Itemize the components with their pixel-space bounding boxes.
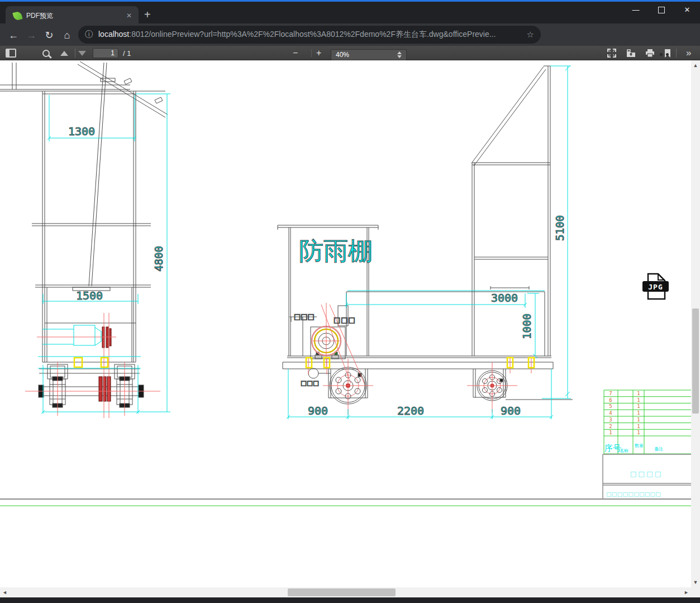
- bom-header-name: 名称: [620, 448, 628, 453]
- zoom-spinner-icon: [397, 51, 402, 58]
- scroll-down-icon[interactable]: ▼: [691, 580, 700, 585]
- browser-navbar: ← → ↻ ⌂ ⓘ localhost:8012/onlinePreview?u…: [0, 23, 700, 46]
- jpg-file-icon: JPG: [642, 274, 669, 299]
- dim-1500: 1500: [76, 289, 103, 302]
- page-up-icon: [60, 51, 68, 56]
- bookmark-icon: [664, 49, 671, 58]
- page-count-label: / 1: [123, 49, 131, 58]
- front-view: 1300 4800 1500: [0, 61, 170, 418]
- window-close-button[interactable]: ✕: [674, 2, 700, 18]
- fullscreen-icon: [607, 49, 616, 58]
- bom-row-no: 6: [609, 397, 612, 403]
- sidebar-toggle-button[interactable]: [6, 46, 16, 60]
- title-block: 7 1 6 1 5 1 4 1 3 1 2 1 1 1 序号 名称 数量 备注 …: [603, 390, 691, 500]
- scroll-left-icon[interactable]: ◄: [2, 590, 7, 595]
- bom-row-no: 2: [609, 424, 612, 429]
- reload-icon[interactable]: ↻: [42, 29, 56, 42]
- bom-row-qty: 1: [637, 424, 640, 429]
- open-file-button[interactable]: [622, 46, 640, 60]
- dim-900-front: 900: [308, 404, 328, 417]
- maximize-icon: [658, 7, 665, 13]
- dim-3000: 3000: [491, 291, 518, 305]
- bookmark-star-icon[interactable]: ☆: [527, 30, 534, 40]
- bom-header-qty: 数量: [635, 443, 644, 448]
- dim-2200: 2200: [397, 404, 424, 417]
- bom-row-no: 3: [609, 417, 612, 422]
- open-file-icon: [626, 49, 636, 58]
- address-bar[interactable]: ⓘ localhost:8012/onlinePreview?url=http%…: [78, 26, 541, 44]
- bom-row-qty: 1: [637, 391, 640, 396]
- scroll-up-icon[interactable]: ▲: [691, 63, 700, 68]
- zoom-in-button[interactable]: +: [311, 46, 327, 60]
- dim-4800: 4800: [153, 246, 165, 272]
- bom-row-no: 4: [609, 410, 612, 416]
- scrollbar-corner: [691, 587, 700, 597]
- pdf-page: 1300 4800 1500: [0, 60, 691, 587]
- print-icon: [645, 49, 655, 58]
- tab-title: PDF预览: [26, 11, 124, 21]
- horizontal-scrollbar-thumb[interactable]: [288, 588, 396, 596]
- placeholder-label-3: □□□: [301, 378, 320, 388]
- bom-row-no: 5: [609, 403, 612, 409]
- placeholder-label-2: □□□: [334, 314, 356, 325]
- window-bottom-edge: [0, 597, 700, 603]
- search-icon: [42, 50, 50, 57]
- vertical-scrollbar-thumb[interactable]: [692, 308, 699, 414]
- spring-leaf-favicon: [12, 11, 22, 21]
- dim-1000: 1000: [521, 314, 533, 339]
- bom-header-no: 序号: [604, 443, 621, 453]
- new-tab-button[interactable]: +: [144, 9, 151, 20]
- url-path: :8012/onlinePreview?url=http%3A%2F%2Floc…: [129, 30, 496, 39]
- titleblock-title-placeholder: □□□□: [631, 468, 664, 479]
- site-info-icon[interactable]: ⓘ: [85, 30, 93, 40]
- browser-tab[interactable]: PDF预览 ✕: [6, 6, 139, 25]
- url-host: localhost: [98, 30, 129, 39]
- page-down-icon: [78, 51, 86, 56]
- bom-row-qty: 1: [637, 403, 640, 409]
- more-tools-button[interactable]: »: [686, 46, 690, 60]
- find-button[interactable]: [42, 46, 50, 60]
- page-number-group: / 1: [93, 46, 131, 60]
- side-view: 防雨棚 3000 1000 5100 900 2200 900 □□□ □□□ …: [278, 66, 573, 419]
- window-titlebar: PDF预览 ✕ + — ✕: [0, 0, 700, 23]
- bom-header-note: 备注: [654, 447, 663, 452]
- bom-row-qty: 1: [637, 430, 640, 435]
- page-up-button[interactable]: [60, 46, 68, 60]
- canopy-label: 防雨棚: [299, 237, 373, 264]
- tools-separator: [673, 46, 680, 60]
- home-icon[interactable]: ⌂: [60, 29, 74, 42]
- pdf-toolbar: / 1 − + 40% »: [0, 46, 700, 60]
- page-number-input[interactable]: [93, 48, 118, 58]
- dim-900-rear: 900: [501, 404, 521, 417]
- forward-icon[interactable]: →: [25, 29, 38, 42]
- bom-row-no: 7: [609, 391, 612, 396]
- dim-1300: 1300: [68, 125, 95, 138]
- sidebar-toggle-icon: [6, 49, 16, 58]
- back-icon[interactable]: ←: [7, 29, 20, 42]
- window-maximize-button[interactable]: [649, 2, 674, 18]
- bom-row-qty: 1: [637, 397, 640, 403]
- bom-row-qty: 1: [637, 410, 640, 416]
- print-button[interactable]: [641, 46, 659, 60]
- titleblock-subtitle-placeholder: □□□□□□□□□□: [607, 490, 661, 498]
- window-minimize-button[interactable]: —: [623, 2, 649, 18]
- placeholder-label-1: □□□: [294, 311, 315, 322]
- jpg-label: JPG: [648, 283, 663, 291]
- page-down-button[interactable]: [78, 46, 86, 60]
- bom-row-no: 1: [609, 430, 612, 435]
- tab-close-icon[interactable]: ✕: [124, 11, 134, 21]
- scroll-right-icon[interactable]: ►: [684, 590, 689, 595]
- bom-row-qty: 1: [637, 417, 640, 422]
- zoom-out-button[interactable]: −: [293, 46, 298, 60]
- zoom-level-label: 40%: [336, 51, 397, 59]
- presentation-mode-button[interactable]: [603, 46, 620, 60]
- dim-5100: 5100: [554, 215, 566, 241]
- url-text: localhost:8012/onlinePreview?url=http%3A…: [98, 30, 522, 40]
- cad-drawing: 1300 4800 1500: [0, 60, 691, 587]
